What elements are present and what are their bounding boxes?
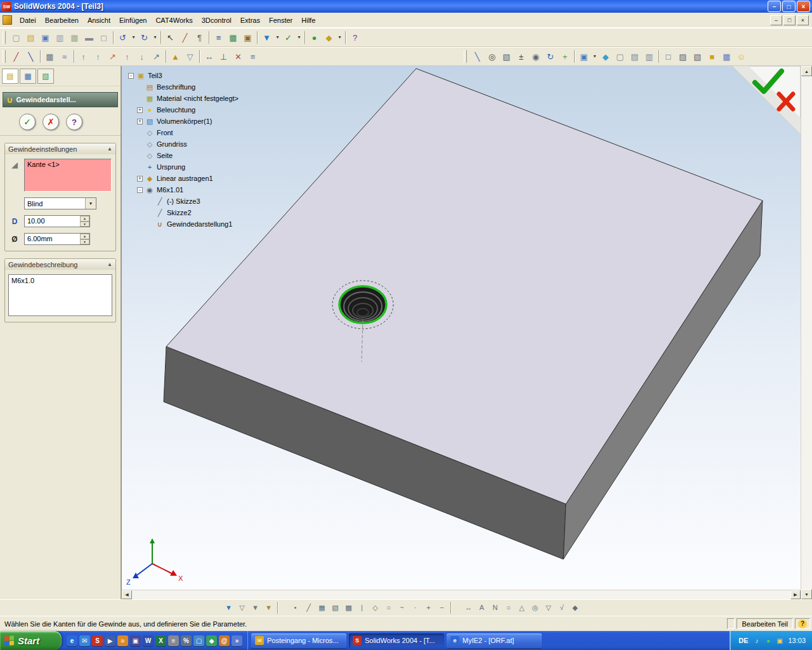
tree-item-skizze2[interactable]: ╱ Skizze2 [128,207,239,218]
close-button[interactable]: × [797,1,810,12]
ql-show-desktop[interactable]: ▢ [193,635,204,646]
separator[interactable] [449,601,462,614]
new-document[interactable]: ▢ [9,30,23,45]
help[interactable]: ? [348,30,362,45]
menu-fenster[interactable]: Fenster [265,14,297,27]
tree-item-linear-austragen1[interactable]: + ◆ Linear austragen1 [128,173,239,184]
scroll-left-button[interactable]: ◀ [122,590,132,599]
restore-button[interactable]: □ [782,1,796,12]
separator[interactable] [255,30,259,44]
tree-item-gewindedarstellung1[interactable]: ∪ Gewindedarstellung1 [128,218,239,230]
language-indicator[interactable]: DE [738,637,748,644]
toolbar-grip[interactable] [3,31,6,44]
menu-3dcontrol[interactable]: 3Dcontrol [197,14,236,27]
mdi-restore-button[interactable]: □ [783,15,796,25]
shaded[interactable]: ■ [705,50,719,64]
separator[interactable] [343,30,348,44]
selected-edge[interactable]: Kante <1> [27,161,60,168]
hidden-lines-removed[interactable]: ▧ [690,50,705,64]
filter-axes[interactable]: | [355,601,369,614]
task-solidworks[interactable]: S SolidWorks 2004 - [T... [349,633,444,648]
menu-hilfe[interactable]: Hilfe [297,14,320,27]
standard-views-dropdown[interactable]: ▾ [591,50,598,64]
offset-entities[interactable]: ≡ [246,50,260,64]
dimension[interactable]: ↔ [202,50,216,64]
redo[interactable]: ↻ [137,30,152,45]
make-assembly-from-part[interactable]: ▦ [67,30,82,45]
collapse-chevron-icon[interactable]: ▲ [107,146,112,152]
pan[interactable]: + [558,50,572,64]
tree-expander[interactable]: + [137,119,143,124]
help-button[interactable]: ? [66,114,82,130]
zoom-to-selection[interactable]: ◉ [528,50,543,64]
selection-filter[interactable]: ▼ [259,30,274,45]
smart-select[interactable]: ✓ [281,30,296,45]
menu-cat4works[interactable]: CAT4Works [151,14,197,27]
scroll-down-button[interactable]: ▼ [801,589,812,599]
filter-annotations[interactable]: A [475,601,488,614]
tab-propertymanager[interactable]: ▤ [2,69,18,84]
graphics-viewport[interactable]: X Z - [122,66,801,599]
shading-options-dropdown[interactable]: ▾ [336,30,343,45]
select-pointer[interactable]: ↖ [163,30,178,45]
make-drawing-from-part[interactable]: ▥ [53,30,67,45]
filter-routing-points[interactable]: ◆ [568,601,582,614]
tree-item-grundriss[interactable]: ◇ Grundriss [128,138,239,150]
tree-expander[interactable]: + [137,107,143,113]
ql-media-player[interactable]: ▶ [105,635,115,646]
filter-surface-finish[interactable]: √ [555,601,568,614]
separator[interactable] [657,50,661,63]
top-face-sketch[interactable]: ↑ [91,50,105,64]
mdi-minimize-button[interactable]: – [770,15,782,25]
attach-reference[interactable]: ¶ [192,30,207,45]
annotation-pen[interactable]: ╱ [178,30,192,45]
separator[interactable] [159,30,163,44]
filter-surface-bodies[interactable]: ▧ [329,601,342,614]
tree-item-material[interactable]: ▦ Material <nicht festgelegt> [128,93,239,104]
status-help-cell[interactable]: ? [795,618,810,629]
horizontal-scroll-track[interactable] [132,590,790,599]
clear-all-filters[interactable]: ▽ [235,601,249,614]
ql-notepad[interactable]: ≡ [168,635,179,646]
vertical-scrollbar[interactable]: ▲ ▼ [801,66,812,599]
cancel-button[interactable]: ✗ [43,114,59,130]
convert-entities[interactable]: ▦ [43,50,57,64]
diameter-spin-down[interactable]: ▼ [80,239,89,245]
ql-outlook-express[interactable]: ✉ [79,635,90,646]
selection-filter-dropdown[interactable]: ▾ [274,30,281,45]
front-view[interactable]: ▢ [613,50,627,64]
invert-current-filters[interactable]: ▼ [262,601,275,614]
tree-item-skizze3[interactable]: ╱ (-) Skizze3 [128,196,239,207]
diameter-input[interactable]: 6.00mm ▲ ▼ [24,233,90,245]
create-extrude[interactable]: ▲ [168,50,183,64]
filter-solid-bodies[interactable]: ▩ [342,601,355,614]
tree-expander[interactable]: - [137,187,143,193]
tab-dimxpert[interactable]: ▧ [37,69,54,84]
separator[interactable] [275,601,289,614]
menu-extras[interactable]: Extras [236,14,265,27]
tab-configurationmanager[interactable]: ▦ [20,69,36,84]
filter-weld-symbols[interactable]: △ [515,601,528,614]
filter-vertices[interactable]: • [289,601,302,614]
section-view[interactable]: ▦ [719,50,734,64]
filter-sketch-points[interactable]: ○ [382,601,395,614]
tree-item-teil3[interactable]: - ▣ Teil3 [128,70,239,81]
tree-item-beleuchtung[interactable]: + ● Beleuchtung [128,104,239,116]
depth-spin-up[interactable]: ▲ [80,216,89,222]
tree-item-front[interactable]: ◇ Front [128,127,239,138]
filter-midpoints[interactable]: · [409,601,422,614]
zoom-to-area[interactable]: ▧ [499,50,514,64]
separator[interactable] [38,50,43,63]
diameter-spin-up[interactable]: ▲ [80,234,89,239]
scroll-up-button[interactable]: ▲ [801,66,812,76]
ql-word[interactable]: W [143,635,154,646]
filter-edges[interactable]: ╱ [302,601,315,614]
filter-planes[interactable]: ◇ [369,601,382,614]
status-help-icon[interactable]: ? [798,620,807,628]
trim-entities[interactable]: ✕ [231,50,246,64]
scroll-right-button[interactable]: ▶ [790,590,801,599]
save[interactable]: ▣ [38,30,53,45]
ql-solidworks[interactable]: S [92,635,103,646]
filter-dimensions[interactable]: ↔ [462,601,475,614]
filter-gtol[interactable]: ◎ [528,601,542,614]
